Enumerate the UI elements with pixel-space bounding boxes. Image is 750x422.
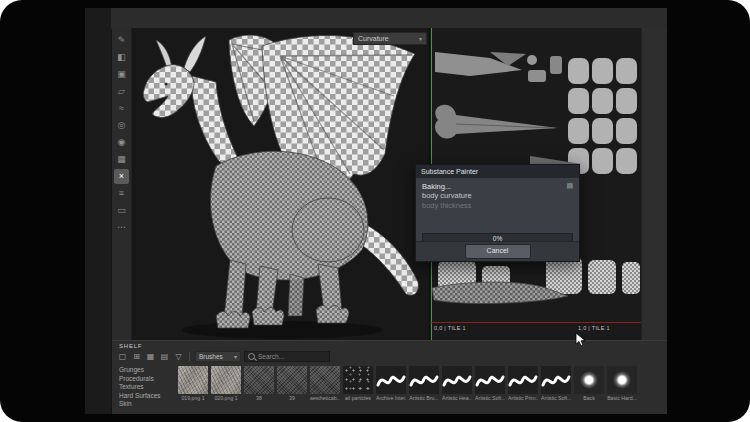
shelf-thumbnail-grid: 019.png 1 020.png 1 — [176, 365, 667, 411]
thumbnail-image — [178, 366, 208, 394]
preset-dropdown[interactable]: Brushes ▾ — [195, 351, 241, 362]
shelf-category[interactable]: Procedurals — [119, 375, 176, 384]
dock-edge — [85, 8, 112, 414]
display-settings-icon[interactable]: ▭ — [114, 203, 129, 218]
shelf-thumbnail[interactable]: 020.png 1 — [211, 366, 241, 411]
thumbnail-label: 020.png 1 — [211, 395, 241, 401]
dragon-model — [132, 28, 429, 340]
menu-bar — [111, 8, 667, 29]
shelf-toolbar: ▢⊞▦▤▽ Brushes ▾ — [112, 349, 667, 364]
grid-view-icon[interactable]: ▦ — [145, 351, 156, 362]
thumbnail-image — [211, 366, 241, 394]
toolbar-separator — [189, 352, 190, 361]
dialog-footer: Cancel — [416, 241, 579, 261]
thumbnail-label: Artistic Hea... — [442, 395, 472, 401]
substance-painter-window: ✎◧▣▱≈◎◉▦×≡▭⋯ — [85, 8, 667, 414]
shelf-panel: SHELF ▢⊞▦▤▽ Brushes ▾ GrungesProcedu — [112, 340, 667, 414]
uv-tile-label-left: 0,0 | TILE 1 — [434, 325, 466, 331]
more-tools-icon[interactable]: ⋯ — [114, 220, 129, 235]
shelf-thumbnail[interactable]: Back — [574, 366, 604, 411]
right-panel-edge — [641, 28, 667, 340]
thumbnail-label: Artistic Bru... — [409, 395, 439, 401]
shelf-category[interactable]: Textures — [119, 383, 176, 392]
folder-icon[interactable]: ▢ — [117, 351, 128, 362]
search-icon — [248, 353, 255, 360]
preset-dropdown-value: Brushes — [199, 353, 223, 360]
list-view-icon[interactable]: ▤ — [159, 351, 170, 362]
paint-tool-icon[interactable]: ✎ — [114, 33, 129, 48]
thumbnail-label: Artistic Prim... — [508, 395, 538, 401]
shelf-category[interactable]: Hard Surfaces — [119, 392, 176, 401]
thumbnail-label: Archive Inter... — [376, 395, 406, 401]
thumbnail-label: Artistic Soft... — [541, 395, 571, 401]
shelf-thumbnail[interactable]: Artistic Soft... — [541, 366, 571, 411]
shelf-thumbnail[interactable]: Archive Inter... — [376, 366, 406, 411]
thumbnail-label: Artistic Soft... — [475, 395, 505, 401]
cancel-button[interactable]: Cancel — [465, 244, 531, 259]
thumbnail-image — [343, 366, 373, 394]
chevron-down-icon: ▾ — [419, 35, 422, 42]
shelf-category[interactable]: Skin — [119, 400, 176, 409]
baking-log-icon[interactable]: ▤ — [566, 182, 573, 190]
thumbnail-image — [376, 366, 406, 394]
eraser-tool-icon[interactable]: ◧ — [114, 50, 129, 65]
shelf-category[interactable]: Grunges — [119, 366, 176, 375]
filter-icon[interactable]: ▽ — [173, 351, 184, 362]
shelf-thumbnail[interactable]: Artistic Soft... — [475, 366, 505, 411]
thumbnail-image — [541, 366, 571, 394]
thumbnail-label: Back — [574, 395, 604, 401]
shelf-thumbnail[interactable]: 019.png 1 — [178, 366, 208, 411]
shelf-thumbnail[interactable]: 38 — [244, 366, 274, 411]
projection-tool-icon[interactable]: ▣ — [114, 67, 129, 82]
thumbnail-label: Basic Hard... — [607, 395, 637, 401]
shelf-thumbnail[interactable]: Artistic Hea... — [442, 366, 472, 411]
chevron-down-icon: ▾ — [234, 353, 237, 360]
thumbnail-label: ail particles — [343, 395, 373, 401]
baking-queued-task: body thickness — [422, 201, 573, 211]
thumbnail-label: 38 — [244, 395, 274, 401]
viewport-3d[interactable]: Curvature ▾ — [132, 28, 429, 340]
thumbnail-label: aestheticab... — [310, 395, 340, 401]
thumbnail-image — [508, 366, 538, 394]
shelf-thumbnail[interactable]: Artistic Bru... — [409, 366, 439, 411]
geometry-mask-tool-icon[interactable]: ▦ — [114, 152, 129, 167]
thumbnail-label: 39 — [277, 395, 307, 401]
shelf-category-list: GrungesProceduralsTexturesHard SurfacesS… — [112, 365, 176, 411]
thumbnail-image — [475, 366, 505, 394]
thumbnail-image — [310, 366, 340, 394]
baking-current-task: body curvature — [422, 191, 573, 201]
mouse-cursor — [575, 332, 587, 348]
tool-sidebar: ✎◧▣▱≈◎◉▦×≡▭⋯ — [112, 28, 132, 340]
baking-status-text: Baking... — [422, 182, 451, 191]
baking-dialog: Substance Painter Baking... ▤ body curva… — [415, 164, 580, 262]
shelf-thumbnail[interactable]: ail particles — [343, 366, 373, 411]
thumbnail-image — [409, 366, 439, 394]
shelf-thumbnail[interactable]: 39 — [277, 366, 307, 411]
thumbnail-label: 019.png 1 — [178, 395, 208, 401]
material-picker-tool-icon[interactable]: ◉ — [114, 135, 129, 150]
channel-dropdown[interactable]: Curvature ▾ — [353, 32, 427, 45]
search-input[interactable] — [258, 353, 346, 360]
uv-axis-horizontal — [430, 322, 641, 323]
shelf-thumbnail[interactable]: aestheticab... — [310, 366, 340, 411]
device-frame: ✎◧▣▱≈◎◉▦×≡▭⋯ — [0, 0, 750, 422]
shelf-thumbnail[interactable]: Basic Hard... — [607, 366, 637, 411]
thumbnail-image — [277, 366, 307, 394]
polygon-fill-tool-icon[interactable]: ▱ — [114, 84, 129, 99]
dialog-title-bar[interactable]: Substance Painter — [416, 165, 579, 178]
search-box[interactable] — [244, 351, 330, 362]
smudge-tool-icon[interactable]: ≈ — [114, 101, 129, 116]
uv-tile-label-right: 1,0 | TILE 1 — [578, 325, 610, 331]
layers-panel-icon[interactable]: ≡ — [114, 186, 129, 201]
thumbnail-image — [574, 366, 604, 394]
thumbnail-image — [607, 366, 637, 394]
thumbnail-image — [244, 366, 274, 394]
thumbnail-image — [442, 366, 472, 394]
shelf-thumbnail[interactable]: Artistic Prim... — [508, 366, 538, 411]
new-folder-icon[interactable]: ⊞ — [131, 351, 142, 362]
selection-tool-icon[interactable]: × — [114, 169, 129, 184]
clone-tool-icon[interactable]: ◎ — [114, 118, 129, 133]
channel-dropdown-value: Curvature — [358, 35, 389, 42]
